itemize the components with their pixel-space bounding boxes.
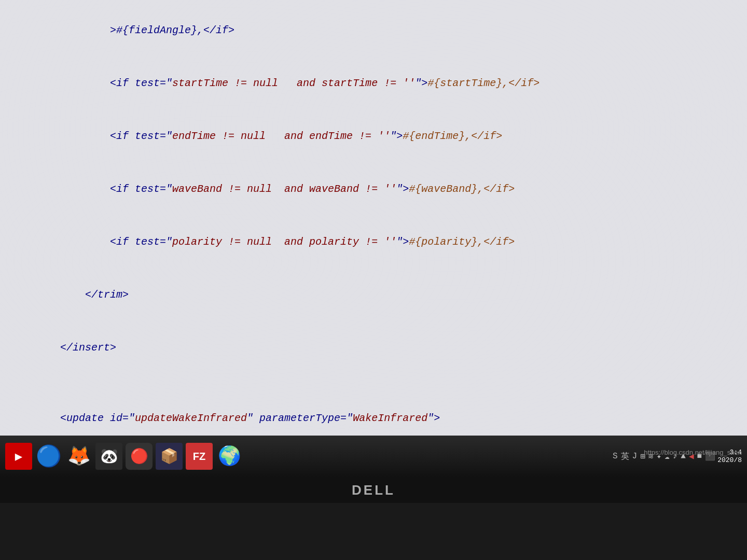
- xml-code-area: >#{fieldAngle},</if> <if test="startTime…: [0, 0, 747, 436]
- sys-icon-s: S: [613, 452, 618, 461]
- chrome-icon: 🔵: [36, 444, 62, 469]
- code-line-waveband: <if test="waveBand != null and waveBand …: [10, 163, 737, 216]
- filezilla-icon: FZ: [193, 451, 205, 463]
- taskbar-icon-filezilla[interactable]: FZ: [186, 443, 213, 470]
- code-line-starttime: <if test="startTime != null and startTim…: [10, 57, 737, 110]
- taskbar-icon-browser[interactable]: 🌍: [216, 443, 243, 470]
- taskbar-icon-app4[interactable]: 🐼: [95, 443, 122, 470]
- browser-icon: 🌍: [218, 445, 241, 468]
- code-line-trim: </trim>: [10, 269, 737, 321]
- taskbar-icon-app5[interactable]: 🔴: [126, 443, 153, 470]
- clock-date: 2020/8: [717, 456, 742, 464]
- sys-icon-j: J: [632, 452, 638, 461]
- taskbar-icon-app6[interactable]: 📦: [156, 443, 183, 470]
- taskbar-icon-chrome[interactable]: 🔵: [35, 443, 62, 470]
- app5-icon: 🔴: [130, 447, 148, 465]
- taskbar-icon-firefox[interactable]: 🦊: [65, 443, 92, 470]
- app6-icon: 📦: [160, 447, 178, 465]
- code-line-endtime: <if test="endTime != null and endTime !=…: [10, 110, 737, 163]
- code-line-polarity: <if test="polarity != null and polarity …: [10, 216, 737, 269]
- taskbar-icon-play[interactable]: ▶: [5, 443, 32, 470]
- app4-icon: 🐼: [100, 447, 118, 465]
- monitor-screen: >#{fieldAngle},</if> <if test="startTime…: [0, 0, 747, 436]
- dell-logo: DELL: [352, 482, 395, 498]
- csdn-watermark: https://blog.csdn.net/lijiang_shen: [644, 449, 742, 456]
- play-icon: ▶: [15, 449, 22, 464]
- xml-tag-fieldangle: >#{fieldAngle},</if>: [110, 24, 234, 36]
- code-line-update: <update id="updateWakeInfrared" paramete…: [10, 392, 737, 436]
- code-line-blank: [10, 374, 737, 392]
- code-line-insert-close: </insert>: [10, 321, 737, 374]
- taskbar-main: ▶ 🔵 🦊 🐼 🔴 📦 FZ 🌍 S 英 J ⊞: [0, 436, 747, 477]
- sys-icon-lang: 英: [621, 451, 629, 462]
- dell-brand-bar: DELL: [0, 477, 747, 503]
- screen-content: >#{fieldAngle},</if> <if test="startTime…: [0, 0, 747, 436]
- code-line-fieldangle: >#{fieldAngle},</if>: [10, 4, 737, 57]
- taskbar: ▶ 🔵 🦊 🐼 🔴 📦 FZ 🌍 S 英 J ⊞: [0, 436, 747, 560]
- firefox-icon: 🦊: [67, 445, 91, 468]
